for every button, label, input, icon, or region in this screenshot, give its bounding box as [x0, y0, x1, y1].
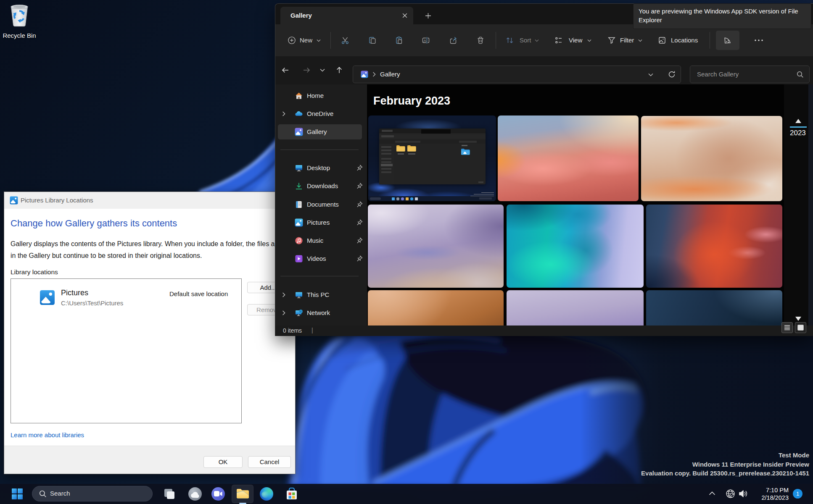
- svg-text:A: A: [423, 38, 426, 43]
